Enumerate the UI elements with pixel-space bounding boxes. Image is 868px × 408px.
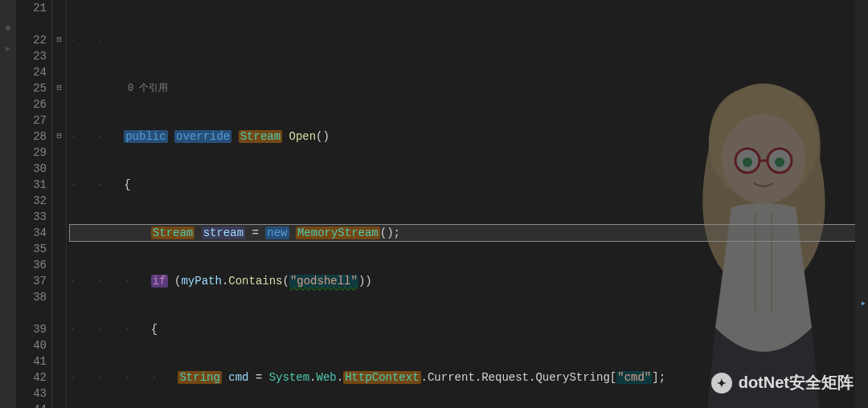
fold-column[interactable]: ⊟ ⊟ ⊟ xyxy=(52,0,67,408)
code-line: · · public override Stream Open() xyxy=(70,129,868,145)
watermark: ✦ dotNet安全矩阵 xyxy=(711,372,854,394)
current-line: · · · Stream stream = new MemoryStream()… xyxy=(70,225,868,241)
watermark-text: dotNet安全矩阵 xyxy=(739,372,854,394)
codelens[interactable]: 0 个引用 xyxy=(70,80,868,96)
line-numbers: 21 22 23 24 25 26 27 28 29 30 31 32 33 3… xyxy=(16,0,52,408)
marker-icon: ▸ xyxy=(861,297,866,309)
code-area[interactable]: · · 0 个引用 · · public override Stream Ope… xyxy=(67,0,868,408)
svg-point-9 xyxy=(6,26,10,31)
scrollbar[interactable]: ▸ xyxy=(855,0,868,408)
wechat-icon: ✦ xyxy=(711,373,732,394)
margin-icons xyxy=(0,0,16,408)
code-editor[interactable]: 21 22 23 24 25 26 27 28 29 30 31 32 33 3… xyxy=(0,0,868,408)
